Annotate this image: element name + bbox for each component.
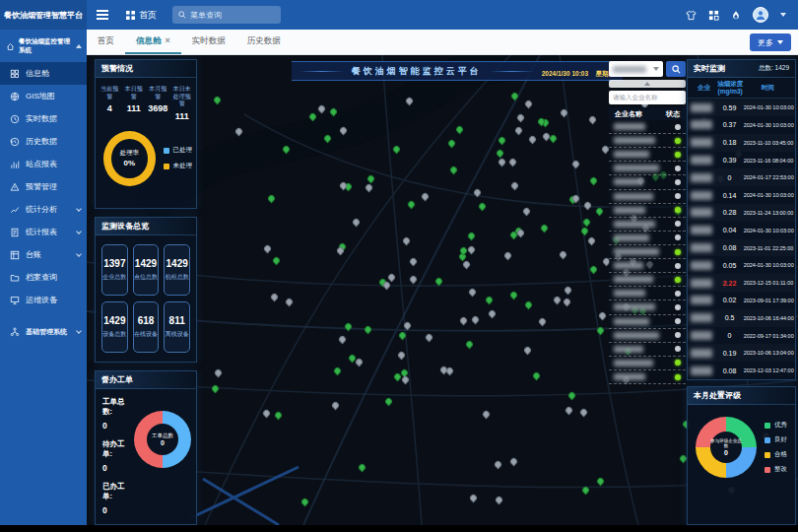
- map-pin-online[interactable]: [567, 391, 577, 401]
- map-pin-online[interactable]: [596, 326, 606, 336]
- map-pin-offline[interactable]: [331, 401, 341, 411]
- hamburger-menu-icon[interactable]: [97, 10, 108, 20]
- enterprise-list-row[interactable]: [609, 204, 686, 218]
- map-pin-online[interactable]: [485, 296, 495, 305]
- sidebar-item-实时数据[interactable]: 实时数据: [0, 107, 87, 130]
- map-pin-offline[interactable]: [524, 100, 534, 109]
- map-pin-online[interactable]: [581, 486, 591, 496]
- tab-实时数据[interactable]: 实时数据: [181, 30, 236, 54]
- tab-历史数据[interactable]: 历史数据: [236, 30, 292, 54]
- map-pin-online[interactable]: [510, 92, 520, 101]
- map-pin-offline[interactable]: [382, 281, 392, 291]
- sidebar-item-预警管理[interactable]: 预警管理: [0, 175, 87, 198]
- map-pin-offline[interactable]: [563, 298, 572, 307]
- menu-search-input[interactable]: 菜单查询: [172, 6, 281, 24]
- map-pin-offline[interactable]: [365, 183, 374, 193]
- enterprise-list-row[interactable]: [609, 273, 686, 287]
- enterprise-list-row[interactable]: [609, 315, 686, 329]
- realtime-row[interactable]: 0.192023-10-06 13:04:00: [688, 344, 795, 362]
- map-pin-offline[interactable]: [462, 260, 472, 270]
- map-pin-offline[interactable]: [523, 346, 533, 356]
- realtime-row[interactable]: 02022-09-17 01:34:00: [688, 327, 795, 345]
- map-pin-offline[interactable]: [473, 188, 483, 198]
- map-pin-offline[interactable]: [467, 245, 477, 255]
- user-menu-chevron-down-icon[interactable]: [780, 13, 786, 17]
- map-company-select[interactable]: [609, 61, 663, 77]
- map-pin-offline[interactable]: [338, 335, 348, 345]
- map-pin-offline[interactable]: [495, 496, 504, 505]
- map-pin-online[interactable]: [478, 202, 488, 212]
- map-pin-offline[interactable]: [510, 181, 520, 191]
- map-pin-online[interactable]: [455, 125, 465, 135]
- map-pin-online[interactable]: [509, 291, 519, 300]
- map-pin-offline[interactable]: [564, 286, 573, 296]
- enterprise-list-row[interactable]: [609, 329, 686, 343]
- map-pin-offline[interactable]: [528, 135, 538, 145]
- realtime-row[interactable]: 0.182023-11-10 03:45:00: [688, 134, 795, 152]
- enterprise-list-row[interactable]: [609, 370, 686, 384]
- map-pin-online[interactable]: [213, 96, 223, 105]
- map-pin-offline[interactable]: [579, 408, 589, 418]
- sidebar-item-历史数据[interactable]: 历史数据: [0, 130, 87, 153]
- breadcrumb-home[interactable]: 首页: [126, 9, 157, 22]
- map-pin-offline[interactable]: [469, 494, 479, 503]
- map-pin-offline[interactable]: [588, 115, 598, 125]
- map-pin-online[interactable]: [323, 134, 333, 144]
- map-pin-online[interactable]: [333, 366, 343, 376]
- map-pin-online[interactable]: [532, 371, 542, 381]
- enterprise-list-row[interactable]: [609, 175, 686, 189]
- map-pin-online[interactable]: [272, 256, 282, 266]
- map-pin-online[interactable]: [524, 300, 534, 310]
- map-pin-offline[interactable]: [468, 288, 478, 298]
- sidebar-item-信息舱[interactable]: 信息舱: [0, 62, 87, 85]
- enterprise-name-input[interactable]: 请输入企业名称: [609, 91, 686, 104]
- map-pin-offline[interactable]: [514, 126, 524, 136]
- map-pin-online[interactable]: [407, 200, 417, 210]
- enterprise-list-row[interactable]: [609, 120, 686, 134]
- map-pin-offline[interactable]: [352, 218, 362, 228]
- sidebar-item-base-system[interactable]: 基础管理系统: [0, 320, 87, 343]
- enterprise-list-row[interactable]: [609, 300, 686, 314]
- map-pin-offline[interactable]: [583, 201, 593, 211]
- realtime-row[interactable]: 02024-01-17 22:53:00: [688, 168, 795, 186]
- sidebar-item-台账[interactable]: 台账: [0, 243, 87, 266]
- map-pin-offline[interactable]: [397, 351, 407, 361]
- map-pin-online[interactable]: [344, 322, 354, 332]
- realtime-row[interactable]: 0.52023-10-06 16:44:00: [688, 309, 795, 327]
- map-pin-online[interactable]: [595, 207, 605, 217]
- map-pin-offline[interactable]: [571, 160, 581, 169]
- list-collapse-button[interactable]: [609, 80, 686, 88]
- map-pin-online[interactable]: [498, 136, 507, 146]
- realtime-row[interactable]: 2.222023-12-15 01:11:00: [688, 274, 795, 292]
- map-pin-online[interactable]: [282, 145, 292, 155]
- sidebar-item-运维设备[interactable]: 运维设备: [0, 289, 87, 311]
- map-pin-offline[interactable]: [560, 108, 569, 118]
- map-pin-offline[interactable]: [263, 244, 273, 254]
- realtime-row[interactable]: 0.282023-11-24 13:00:00: [688, 204, 795, 222]
- map-pin-online[interactable]: [496, 149, 505, 159]
- sidebar-item-站点报表[interactable]: 站点报表: [0, 153, 87, 175]
- map-pin-offline[interactable]: [425, 333, 434, 343]
- sidebar-item-统计报表[interactable]: 统计报表: [0, 221, 87, 243]
- realtime-row[interactable]: 0.392023-11-16 08:04:00: [688, 152, 795, 169]
- map-pin-online[interactable]: [358, 463, 367, 473]
- map-pin-online[interactable]: [580, 227, 590, 236]
- map-pin-offline[interactable]: [598, 311, 608, 321]
- map-pin-online[interactable]: [540, 224, 550, 233]
- realtime-row[interactable]: 0.022023-09-01 17:39:00: [688, 292, 795, 309]
- enterprise-list-row[interactable]: [609, 232, 686, 245]
- enterprise-list-row[interactable]: [609, 134, 686, 148]
- map-pin-offline[interactable]: [538, 317, 548, 327]
- sidebar-system-header[interactable]: 餐饮油烟监控管理系统: [0, 30, 87, 62]
- map-search-button[interactable]: [666, 61, 686, 77]
- map-pin-online[interactable]: [447, 139, 457, 149]
- sidebar-item-档案查询[interactable]: 档案查询: [0, 266, 87, 289]
- realtime-row[interactable]: 0.052024-01-30 10:03:00: [688, 256, 795, 274]
- map-pin-offline[interactable]: [565, 406, 574, 416]
- map-pin-offline[interactable]: [409, 275, 419, 285]
- map-pin-offline[interactable]: [409, 257, 419, 267]
- map-pin-online[interactable]: [467, 232, 477, 241]
- map-pin-online[interactable]: [300, 498, 310, 507]
- map-pin-offline[interactable]: [401, 375, 411, 385]
- sidebar-item-GIS地图[interactable]: GIS地图: [0, 85, 87, 107]
